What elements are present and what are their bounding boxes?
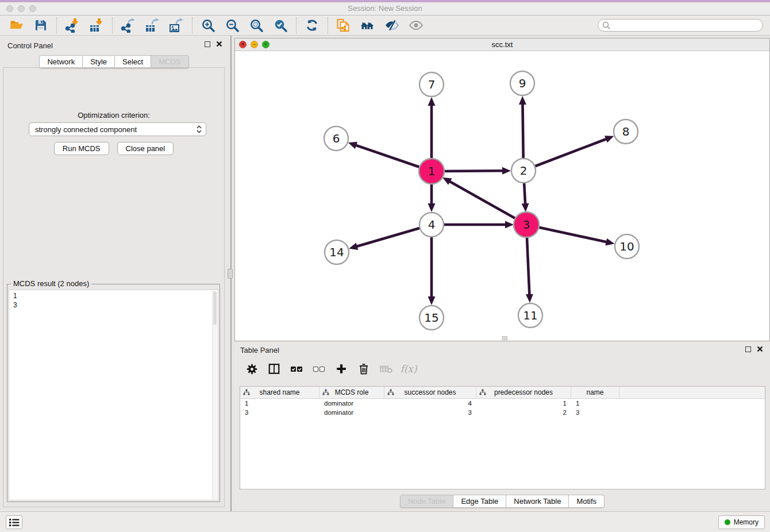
graph-edge-arrowhead (428, 97, 436, 106)
graph-node-label: 4 (428, 218, 436, 232)
memory-button[interactable]: Memory (718, 515, 765, 529)
show-column-icon[interactable] (267, 362, 281, 376)
close-panel-icon[interactable] (216, 41, 222, 47)
graph-edge-2-8[interactable] (523, 138, 607, 171)
float-table-panel-icon[interactable] (745, 346, 751, 352)
cyndex-home-icon[interactable] (360, 18, 375, 33)
cell-shared-name[interactable]: 3 (240, 409, 319, 416)
table-row[interactable]: 3dominator323 (240, 408, 765, 417)
table-tab-edge-table[interactable]: Edge Table (453, 495, 506, 508)
result-scrollbar-thumb[interactable] (213, 291, 217, 325)
cell-MCDS-role[interactable]: dominator (319, 409, 384, 416)
hide-graphics-details-icon[interactable] (384, 18, 399, 33)
network-minimize-button[interactable]: – (251, 41, 258, 48)
cell-name[interactable]: 3 (571, 409, 619, 416)
toolbar-separator (56, 17, 57, 33)
cell-name[interactable]: 1 (571, 400, 619, 407)
import-network-icon[interactable] (65, 18, 80, 33)
list-icon (9, 518, 20, 527)
toolbar-separator (296, 17, 297, 33)
graph-edge-arrowhead (605, 238, 614, 246)
close-panel-button[interactable]: Close panel (117, 142, 174, 155)
cell-predecessor-nodes[interactable]: 1 (476, 400, 571, 407)
network-bottom-splitter-handle[interactable] (502, 336, 507, 340)
graph-node-label: 7 (428, 78, 436, 91)
delete-table-icon[interactable] (379, 362, 393, 376)
column-header-predecessor-nodes[interactable]: predecessor nodes (476, 387, 571, 398)
cell-predecessor-nodes[interactable]: 2 (476, 409, 571, 416)
cell-MCDS-role[interactable]: dominator (319, 400, 384, 407)
deselect-all-icon[interactable] (312, 362, 326, 376)
vertical-splitter-handle[interactable] (228, 269, 233, 279)
table-tab-node-table[interactable]: Node Table (400, 495, 454, 508)
column-header-shared-name[interactable]: shared name (240, 387, 319, 398)
search-input[interactable] (611, 20, 763, 30)
graph-node-label: 15 (424, 311, 438, 325)
graph-node-label: 6 (333, 132, 340, 145)
export-image-icon[interactable] (169, 18, 184, 33)
tab-mcds[interactable]: MCDS (151, 55, 188, 68)
tab-network[interactable]: Network (39, 55, 83, 68)
graph-edge-arrowhead (502, 167, 511, 175)
run-mcds-button[interactable]: Run MCDS (54, 142, 109, 155)
table-tab-network-table[interactable]: Network Table (506, 495, 569, 508)
network-document-icon[interactable] (336, 18, 351, 33)
refresh-icon[interactable] (305, 18, 319, 33)
show-graphics-details-icon[interactable] (409, 18, 424, 33)
network-close-button[interactable]: ✕ (239, 41, 247, 48)
zoom-out-icon[interactable] (225, 18, 240, 33)
graph-edge-arrowhead (522, 203, 529, 212)
zoom-selected-icon[interactable] (273, 18, 288, 33)
result-scrollbar[interactable] (212, 291, 217, 499)
node-table: shared nameMCDS rolesuccessor nodesprede… (240, 386, 765, 489)
tab-select[interactable]: Select (115, 55, 151, 68)
attribute-tree-icon (243, 389, 250, 398)
task-history-button[interactable] (6, 515, 22, 529)
control-panel-title: Control Panel (7, 41, 53, 50)
toolbar-separator (112, 17, 113, 33)
graph-node-label: 1 (428, 164, 436, 178)
select-all-icon[interactable] (290, 362, 303, 376)
network-window-title: scc.txt (235, 38, 769, 51)
network-window-titlebar[interactable]: scc.txt ✕ – + (235, 38, 769, 51)
graph-node-label: 2 (520, 164, 528, 178)
search-field[interactable] (598, 19, 763, 32)
column-header-name[interactable]: name (571, 387, 619, 398)
float-panel-icon[interactable] (205, 41, 210, 47)
cell-successor-nodes[interactable]: 4 (384, 400, 476, 407)
mcds-result-group: MCDS result (2 nodes) 1 3 (7, 284, 220, 502)
table-toolbar: f(x) (245, 362, 415, 376)
graph-edge-arrowhead (348, 142, 357, 149)
export-table-icon[interactable] (145, 18, 160, 33)
graph-edge-arrowhead (605, 136, 614, 142)
cell-successor-nodes[interactable]: 3 (384, 409, 476, 416)
cell-shared-name[interactable]: 1 (240, 400, 319, 407)
zoom-fit-icon[interactable] (249, 18, 264, 33)
tab-style[interactable]: Style (83, 55, 115, 68)
zoom-in-icon[interactable] (201, 18, 215, 33)
graph-edge-arrowhead (505, 221, 514, 229)
main-toolbar (0, 16, 770, 36)
import-table-icon[interactable] (89, 18, 104, 33)
table-row[interactable]: 1dominator411 (240, 399, 765, 408)
network-canvas[interactable]: 1234678910111415 (235, 51, 769, 341)
settings-gear-icon[interactable] (245, 362, 259, 376)
close-table-panel-icon[interactable] (757, 346, 763, 352)
network-maximize-button[interactable]: + (262, 41, 270, 48)
criterion-select[interactable]: strongly connected component (29, 122, 206, 136)
mcds-result-area[interactable]: 1 3 (9, 290, 218, 500)
table-tabs: Node TableEdge TableNetwork TableMotifs (234, 495, 770, 508)
column-header-successor-nodes[interactable]: successor nodes (384, 387, 476, 398)
open-folder-icon[interactable] (9, 18, 24, 33)
graph-node-label: 10 (619, 240, 634, 253)
criterion-value: strongly connected component (35, 125, 196, 134)
function-builder-icon[interactable]: f(x) (402, 362, 415, 376)
graph-edge-arrowhead (428, 296, 436, 305)
add-row-icon[interactable] (334, 362, 348, 376)
save-icon[interactable] (33, 18, 48, 33)
export-network-icon[interactable] (121, 18, 136, 33)
column-header-MCDS-role[interactable]: MCDS role (319, 387, 384, 398)
table-header-row: shared nameMCDS rolesuccessor nodesprede… (240, 387, 765, 399)
table-tab-motifs[interactable]: Motifs (569, 495, 605, 508)
delete-row-icon[interactable] (357, 362, 371, 376)
